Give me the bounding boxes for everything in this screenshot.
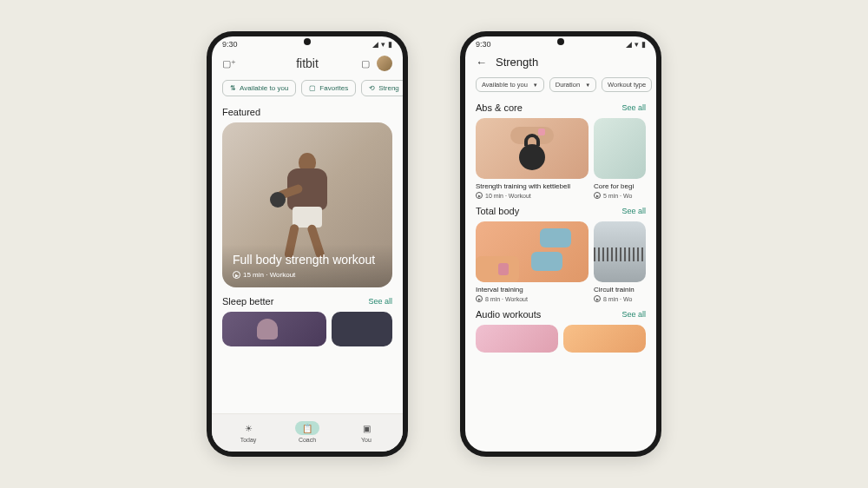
workout-meta: ▶ 5 min · Wo bbox=[594, 192, 646, 199]
nav-you[interactable]: ▣ You bbox=[354, 421, 378, 443]
audio-row bbox=[476, 325, 646, 353]
battery-icon: ▮ bbox=[641, 40, 646, 49]
page-header: ← Strength bbox=[465, 50, 656, 74]
workout-meta: ▶ 8 min · Workout bbox=[476, 295, 589, 302]
see-all-link[interactable]: See all bbox=[368, 297, 392, 306]
section-title: Featured bbox=[222, 107, 260, 117]
signal-icon: ◢ bbox=[626, 40, 632, 49]
workout-image bbox=[476, 118, 589, 179]
sleep-card[interactable] bbox=[222, 312, 326, 346]
workout-title: Interval training bbox=[476, 286, 589, 293]
chip-label: Duration bbox=[556, 81, 580, 89]
chip-label: Streng bbox=[378, 84, 399, 92]
wifi-icon: ▾ bbox=[635, 40, 639, 49]
avatar[interactable] bbox=[377, 56, 392, 71]
featured-title: Full body strength workout bbox=[233, 253, 382, 267]
status-icons: ◢ ▾ ▮ bbox=[626, 40, 646, 49]
clipboard-icon: 📋 bbox=[302, 424, 312, 433]
chip-available[interactable]: ⇅ Available to you bbox=[222, 80, 296, 96]
workout-row: Strength training with kettlebell ▶ 10 m… bbox=[476, 118, 646, 199]
section-title: Total body bbox=[476, 206, 519, 216]
nav-coach[interactable]: 📋 Coach bbox=[295, 421, 319, 443]
nav-label: Today bbox=[240, 437, 257, 443]
workout-row: Interval training ▶ 8 min · Workout Circ… bbox=[476, 221, 646, 302]
grid-icon: ▣ bbox=[363, 424, 371, 433]
workout-card-interval[interactable]: Interval training ▶ 8 min · Workout bbox=[476, 221, 589, 302]
workout-card-kettlebell[interactable]: Strength training with kettlebell ▶ 10 m… bbox=[476, 118, 589, 199]
sun-icon: ☀ bbox=[245, 424, 253, 433]
sleep-row bbox=[222, 312, 392, 346]
featured-header: Featured bbox=[222, 107, 392, 117]
meta-text: 8 min · Wo bbox=[603, 296, 632, 302]
section-title: Sleep better bbox=[222, 296, 273, 307]
featured-card[interactable]: Full body strength workout ▶ 15 min · Wo… bbox=[222, 122, 392, 287]
phone-frame-right: 9:30 ◢ ▾ ▮ ← Strength Available to you ▼… bbox=[460, 31, 661, 457]
activity-icon: ⟲ bbox=[369, 84, 375, 92]
chip-strength[interactable]: ⟲ Streng bbox=[361, 80, 403, 96]
nav-today[interactable]: ☀ Today bbox=[236, 421, 260, 443]
swap-icon: ⇅ bbox=[230, 84, 236, 92]
filter-chips: ⇅ Available to you ▢ Favorites ⟲ Streng bbox=[212, 76, 403, 103]
status-icons: ◢ ▾ ▮ bbox=[372, 40, 392, 49]
chip-label: Available to you bbox=[482, 81, 528, 89]
workout-title: Strength training with kettlebell bbox=[476, 182, 589, 190]
chip-label: Available to you bbox=[240, 84, 288, 92]
workout-title: Core for begi bbox=[594, 182, 646, 190]
featured-overlay: Full body strength workout ▶ 15 min · Wo… bbox=[222, 244, 392, 287]
screen: 9:30 ◢ ▾ ▮ ▢⁺ fitbit ▢ ⇅ Available to yo… bbox=[212, 36, 403, 452]
play-icon: ▶ bbox=[594, 192, 601, 199]
play-icon: ▶ bbox=[594, 295, 601, 302]
workout-card-circuit[interactable]: Circuit trainin ▶ 8 min · Wo bbox=[594, 221, 646, 302]
workout-card-core[interactable]: Core for begi ▶ 5 min · Wo bbox=[594, 118, 646, 199]
bookmark-icon: ▢ bbox=[309, 84, 316, 92]
meta-text: 5 min · Wo bbox=[603, 193, 632, 199]
message-icon[interactable]: ▢ bbox=[361, 58, 370, 69]
content-scroll[interactable]: Featured Full body strength workout ▶ bbox=[212, 103, 403, 413]
audio-card[interactable] bbox=[563, 325, 646, 353]
status-time: 9:30 bbox=[476, 40, 491, 49]
back-icon[interactable]: ← bbox=[476, 56, 487, 69]
filter-chips: Available to you ▼ Duration ▼ Workout ty… bbox=[465, 74, 656, 99]
chip-label: Workout type bbox=[608, 81, 646, 89]
see-all-link[interactable]: See all bbox=[621, 310, 646, 319]
chevron-down-icon: ▼ bbox=[533, 82, 538, 88]
section-header-total: Total body See all bbox=[476, 206, 646, 216]
camera-punch-hole bbox=[557, 38, 564, 45]
sleep-header: Sleep better See all bbox=[222, 296, 392, 307]
section-header-abs: Abs & core See all bbox=[476, 102, 646, 113]
play-icon: ▶ bbox=[476, 295, 483, 302]
screen: 9:30 ◢ ▾ ▮ ← Strength Available to you ▼… bbox=[465, 36, 656, 452]
camera-punch-hole bbox=[304, 38, 311, 45]
phone-frame-left: 9:30 ◢ ▾ ▮ ▢⁺ fitbit ▢ ⇅ Available to yo… bbox=[207, 31, 408, 457]
audio-card[interactable] bbox=[476, 325, 558, 353]
content-scroll[interactable]: Abs & core See all Strength training wit… bbox=[465, 99, 656, 452]
nav-label: You bbox=[361, 437, 372, 443]
meta-text: 10 min · Workout bbox=[485, 193, 531, 199]
app-header: ▢⁺ fitbit ▢ bbox=[212, 50, 403, 76]
section-header-audio: Audio workouts See all bbox=[476, 309, 646, 320]
nav-label: Coach bbox=[299, 437, 316, 443]
workout-image bbox=[476, 221, 589, 282]
workout-image bbox=[594, 221, 646, 282]
sleep-card[interactable] bbox=[332, 312, 392, 346]
see-all-link[interactable]: See all bbox=[621, 103, 646, 112]
chip-available[interactable]: Available to you ▼ bbox=[476, 77, 544, 92]
featured-meta: ▶ 15 min · Workout bbox=[233, 271, 382, 279]
chip-favorites[interactable]: ▢ Favorites bbox=[301, 80, 356, 96]
bottom-nav: ☀ Today 📋 Coach ▣ You bbox=[212, 413, 403, 452]
status-time: 9:30 bbox=[222, 40, 238, 49]
see-all-link[interactable]: See all bbox=[621, 207, 646, 215]
signal-icon: ◢ bbox=[372, 40, 378, 49]
workout-meta: ▶ 8 min · Wo bbox=[594, 295, 646, 302]
chip-duration[interactable]: Duration ▼ bbox=[549, 77, 596, 92]
chevron-down-icon: ▼ bbox=[585, 82, 590, 88]
chip-label: Favorites bbox=[319, 84, 348, 92]
workout-title: Circuit trainin bbox=[594, 286, 646, 293]
app-title: fitbit bbox=[296, 56, 319, 70]
section-title: Audio workouts bbox=[476, 309, 541, 320]
wifi-icon: ▾ bbox=[381, 40, 385, 49]
cast-icon[interactable]: ▢⁺ bbox=[222, 58, 236, 69]
play-icon: ▶ bbox=[476, 192, 483, 199]
chip-workout-type[interactable]: Workout type bbox=[602, 77, 652, 92]
section-title: Abs & core bbox=[476, 102, 523, 113]
